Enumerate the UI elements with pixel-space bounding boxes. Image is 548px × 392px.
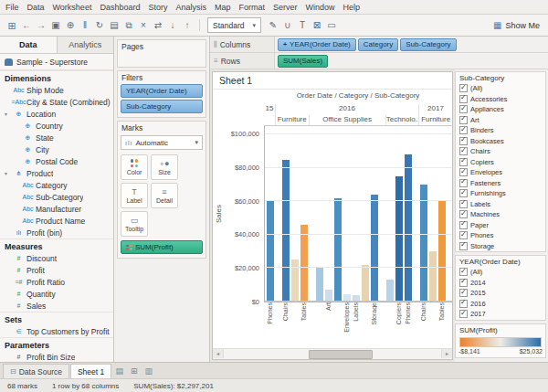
datasource-row[interactable]: Sample - Superstore <box>0 54 113 70</box>
menu-story[interactable]: Story <box>148 3 167 12</box>
expand-icon[interactable]: ▾ <box>5 111 11 117</box>
column-field-labels[interactable]: Order Date / Category / Sub-Category <box>264 91 452 104</box>
filter-pill-sub-category[interactable]: Sub-Category <box>121 100 203 113</box>
bar-tables[interactable] <box>438 201 446 302</box>
x-tick-label[interactable]: Labels <box>353 302 359 322</box>
year-header-2016[interactable]: 2016 <box>275 104 418 115</box>
menu-dashboard[interactable]: Dashboard <box>100 3 140 12</box>
field-state[interactable]: ⊕State <box>0 132 113 143</box>
checkbox-checked-icon[interactable] <box>459 95 468 103</box>
checkbox-checked-icon[interactable] <box>459 189 468 197</box>
category-header-office-supplies[interactable]: Office Supplies <box>309 115 385 125</box>
bar-tables[interactable] <box>300 225 308 302</box>
subcat-furnishings[interactable]: Furnishings <box>456 188 545 199</box>
field-profit[interactable]: #Profit <box>0 264 113 276</box>
bar-storage[interactable] <box>371 195 378 302</box>
year-header-15[interactable]: 15 <box>264 104 275 115</box>
columns-pill-year-order-date[interactable]: +YEAR(Order Date) <box>278 38 356 51</box>
tab-analytics[interactable]: Analytics <box>58 37 114 53</box>
undo-icon[interactable]: ← <box>19 16 34 35</box>
field-ship-mode[interactable]: AbcShip Mode <box>0 84 113 96</box>
menu-window[interactable]: Window <box>306 3 335 12</box>
tab-sheet-1[interactable]: Sheet 1 <box>70 364 111 378</box>
x-tick-label[interactable]: Tables <box>438 302 445 321</box>
bar-15[interactable] <box>429 251 437 302</box>
field-city-state-combined[interactable]: =AbcCity & State (Combined) <box>0 96 113 108</box>
checkbox-checked-icon[interactable] <box>459 84 468 92</box>
checkbox-checked-icon[interactable] <box>459 147 468 155</box>
field-product-name[interactable]: AbcProduct Name <box>0 215 113 227</box>
checkbox-checked-icon[interactable] <box>459 231 468 239</box>
category-header-technolo[interactable]: Technolo.. <box>385 115 419 125</box>
highlight-icon[interactable]: ✎ <box>266 16 280 35</box>
field-postal-code[interactable]: ⊕Postal Code <box>0 155 113 167</box>
category-header-partial[interactable] <box>264 115 275 125</box>
bar-9[interactable] <box>362 265 369 302</box>
category-header-furniture[interactable]: Furniture <box>418 115 452 125</box>
swap-rows-columns-icon[interactable]: ⇄ <box>151 16 165 35</box>
columns-pill-category[interactable]: Category <box>358 38 398 51</box>
checkbox-checked-icon[interactable] <box>459 116 468 124</box>
color-button[interactable]: Color <box>121 154 148 180</box>
new-story-icon[interactable]: ▥ <box>142 364 155 378</box>
subcat-all[interactable]: (All) <box>456 83 545 94</box>
redo-icon[interactable]: → <box>34 16 48 35</box>
x-tick-label[interactable]: Copiers <box>395 302 402 324</box>
subcat-machines[interactable]: Machines <box>456 209 545 220</box>
checkbox-checked-icon[interactable] <box>459 137 468 145</box>
year-2017[interactable]: 2017 <box>456 309 545 320</box>
checkbox-checked-icon[interactable] <box>459 126 468 134</box>
label-button[interactable]: T Label <box>121 183 148 208</box>
group-members-icon[interactable]: ∪ <box>280 16 295 35</box>
expand-icon[interactable]: ▾ <box>5 170 11 176</box>
checkbox-checked-icon[interactable] <box>459 221 468 229</box>
field-profit-ratio[interactable]: =#Profit Ratio <box>0 276 113 288</box>
checkbox-checked-icon[interactable] <box>459 310 468 318</box>
save-icon[interactable]: ▣ <box>48 16 63 35</box>
bar-chairs[interactable] <box>282 160 290 302</box>
scroll-right-icon[interactable]: ▸ <box>441 349 452 358</box>
field-profit-bin[interactable]: ılıProfit (bin) <box>0 227 113 238</box>
field-category[interactable]: AbcCategory <box>0 179 113 191</box>
bar-2[interactable] <box>291 260 299 302</box>
sort-descending-icon[interactable]: ↑ <box>180 16 195 35</box>
checkbox-checked-icon[interactable] <box>459 279 468 287</box>
menu-analysis[interactable]: Analysis <box>175 3 206 12</box>
field-manufacturer[interactable]: AbcManufacturer <box>0 203 113 215</box>
field-top-customers-by-profit[interactable]: ∈Top Customers by Profit <box>0 325 113 337</box>
tab-data-source[interactable]: ⊟ Data Source <box>3 364 69 378</box>
size-button[interactable]: ∘● Size <box>151 154 178 180</box>
checkbox-checked-icon[interactable] <box>459 210 468 218</box>
duplicate-sheet-icon[interactable]: ⧉ <box>121 16 136 35</box>
menu-map[interactable]: Map <box>215 3 231 12</box>
pause-updates-icon[interactable]: ‖ <box>78 16 92 35</box>
checkbox-checked-icon[interactable] <box>459 268 468 276</box>
rows-pill-sum-sales[interactable]: SUM(Sales) <box>278 55 328 68</box>
field-country[interactable]: ⊕Country <box>0 120 113 132</box>
year-2015[interactable]: 2015 <box>456 288 545 299</box>
subcat-bookcases[interactable]: Bookcases <box>456 136 545 147</box>
tableau-logo-icon[interactable]: ⊞ <box>5 16 19 35</box>
scrollbar-thumb[interactable] <box>309 350 373 359</box>
bar-6[interactable] <box>334 198 342 302</box>
x-tick-label[interactable]: Chairs <box>282 302 289 321</box>
new-worksheet-icon[interactable]: ▤ <box>107 16 121 35</box>
pages-card-body[interactable] <box>118 52 206 67</box>
x-tick-label[interactable]: Storage <box>371 302 377 325</box>
show-mark-labels-icon[interactable]: T <box>295 16 310 35</box>
checkbox-checked-icon[interactable] <box>459 242 468 250</box>
x-tick-label[interactable]: Envelopes <box>343 302 350 333</box>
x-tick-label[interactable]: Art <box>325 302 332 311</box>
field-profit-bin-size[interactable]: #Profit Bin Size <box>0 351 113 362</box>
year-header-2017[interactable]: 2017 <box>418 104 452 115</box>
field-sub-category[interactable]: AbcSub-Category <box>0 191 113 203</box>
menu-data[interactable]: Data <box>27 3 45 12</box>
columns-pill-sub-category[interactable]: Sub-Category <box>400 38 456 51</box>
checkbox-checked-icon[interactable] <box>459 200 468 208</box>
bar-copiers[interactable] <box>395 176 403 302</box>
menu-format[interactable]: Format <box>238 3 265 12</box>
field-discount[interactable]: #Discount <box>0 252 113 264</box>
tab-data[interactable]: Data <box>0 37 58 53</box>
bar-11[interactable] <box>386 280 394 302</box>
checkbox-checked-icon[interactable] <box>459 289 468 297</box>
